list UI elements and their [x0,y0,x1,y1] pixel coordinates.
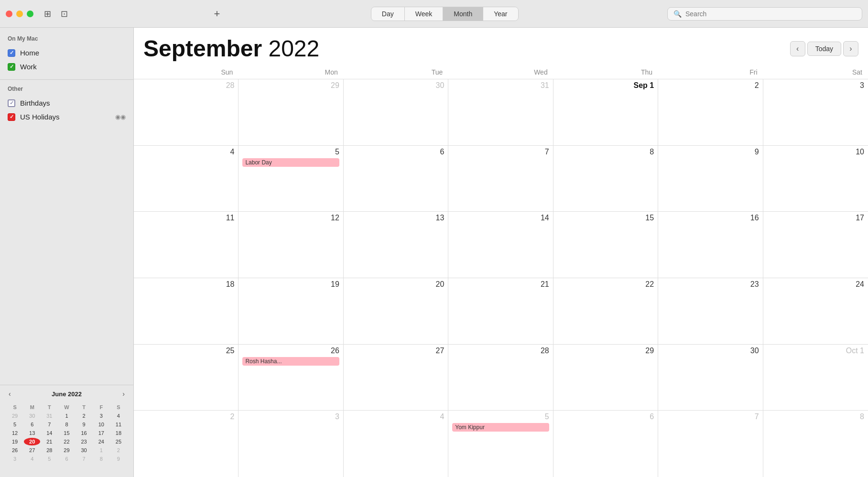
sidebar-item-us-holidays[interactable]: ✓ US Holidays ◉◉ [0,110,133,124]
cal-day[interactable]: 14 [448,212,553,278]
mini-cal-day[interactable]: 1 [58,412,75,420]
cal-day[interactable]: 7 [448,146,553,212]
mini-cal-day[interactable]: 6 [58,455,75,463]
cal-day[interactable]: 30 [344,79,448,145]
mini-cal-day[interactable]: 22 [58,438,75,445]
cal-day[interactable]: 23 [658,278,763,344]
mini-cal-day[interactable]: 7 [76,455,92,463]
cal-day[interactable]: 26Rosh Hasha... [239,345,343,411]
cal-day[interactable]: 2 [134,411,239,477]
sidebar-item-work[interactable]: ✓ Work [0,60,133,74]
cal-day[interactable]: 4 [134,146,239,212]
mini-cal-day[interactable]: 13 [24,429,40,437]
mini-cal-day[interactable]: 25 [110,438,127,445]
mini-cal-prev[interactable]: ‹ [6,389,14,399]
mini-cal-day[interactable]: 14 [41,429,57,437]
mini-cal-day[interactable]: 29 [58,446,75,454]
cal-day[interactable]: 31 [448,79,553,145]
sidebar-item-birthdays[interactable]: ✓ Birthdays [0,96,133,110]
grid-view-button[interactable]: ⊞ [41,7,54,21]
mini-cal-day[interactable]: 15 [58,429,75,437]
cal-day[interactable]: 4 [344,411,448,477]
mini-cal-day[interactable]: 5 [41,455,57,463]
inbox-button[interactable]: ⊡ [58,7,71,21]
mini-cal-day[interactable]: 29 [7,412,23,420]
cal-day[interactable]: 29 [553,345,658,411]
view-year-button[interactable]: Year [483,7,518,21]
mini-cal-day[interactable]: 12 [7,429,23,437]
mini-cal-day[interactable]: 11 [110,421,127,428]
cal-day[interactable]: 3 [763,79,868,145]
event-pill[interactable]: Yom Kippur [452,423,549,432]
cal-day[interactable]: 3 [239,411,343,477]
mini-cal-day[interactable]: 4 [110,412,127,420]
cal-day[interactable]: 6 [553,411,658,477]
mini-cal-day[interactable]: 28 [41,446,57,454]
cal-day[interactable]: 29 [239,79,343,145]
cal-day[interactable]: Oct 1 [763,345,868,411]
event-pill[interactable]: Labor Day [242,158,339,167]
mini-cal-day[interactable]: 21 [41,438,57,445]
cal-day[interactable]: 22 [553,278,658,344]
cal-day[interactable]: 6 [344,146,448,212]
cal-day[interactable]: 9 [658,146,763,212]
mini-cal-day[interactable]: 19 [7,438,23,445]
mini-cal-day[interactable]: 27 [24,446,40,454]
cal-day[interactable]: 10 [763,146,868,212]
sidebar-item-home[interactable]: ✓ Home [0,46,133,60]
mini-cal-day[interactable]: 2 [110,446,127,454]
view-week-button[interactable]: Week [405,7,444,21]
mini-cal-day[interactable]: 1 [93,446,109,454]
cal-day[interactable]: 25 [134,345,239,411]
cal-day[interactable]: 15 [553,212,658,278]
cal-day[interactable]: 13 [344,212,448,278]
mini-cal-day[interactable]: 17 [93,429,109,437]
mini-cal-day[interactable]: 8 [93,455,109,463]
cal-day[interactable]: 28 [448,345,553,411]
mini-cal-day[interactable]: 5 [7,421,23,428]
mini-cal-day[interactable]: 30 [24,412,40,420]
mini-cal-day[interactable]: 16 [76,429,92,437]
mini-cal-day[interactable]: 24 [93,438,109,445]
mini-cal-day[interactable]: 20 [24,438,40,445]
cal-day[interactable]: 2 [658,79,763,145]
mini-cal-day[interactable]: 18 [110,429,127,437]
cal-day[interactable]: Sep 1 [553,79,658,145]
cal-day[interactable]: 21 [448,278,553,344]
mini-cal-day[interactable]: 4 [24,455,40,463]
mini-cal-day[interactable]: 30 [76,446,92,454]
mini-cal-day[interactable]: 26 [7,446,23,454]
cal-day[interactable]: 24 [763,278,868,344]
add-event-button[interactable]: + [210,6,224,22]
cal-day[interactable]: 20 [344,278,448,344]
prev-month-button[interactable]: ‹ [790,41,805,56]
cal-day[interactable]: 12 [239,212,343,278]
maximize-button[interactable] [27,11,33,17]
mini-cal-day[interactable]: 2 [76,412,92,420]
cal-day[interactable]: 28 [134,79,239,145]
close-button[interactable] [6,11,12,17]
cal-day[interactable]: 11 [134,212,239,278]
view-month-button[interactable]: Month [443,7,483,21]
mini-cal-day[interactable]: 9 [76,421,92,428]
search-input[interactable] [685,10,856,18]
cal-day[interactable]: 19 [239,278,343,344]
mini-cal-day[interactable]: 9 [110,455,127,463]
cal-day[interactable]: 8 [763,411,868,477]
cal-day[interactable]: 17 [763,212,868,278]
cal-day[interactable]: 30 [658,345,763,411]
cal-day[interactable]: 27 [344,345,448,411]
minimize-button[interactable] [16,11,23,17]
mini-cal-day[interactable]: 7 [41,421,57,428]
view-day-button[interactable]: Day [371,7,405,21]
mini-cal-day[interactable]: 8 [58,421,75,428]
cal-day[interactable]: 5Labor Day [239,146,343,212]
cal-day[interactable]: 18 [134,278,239,344]
cal-day[interactable]: 5Yom Kippur [448,411,553,477]
mini-cal-day[interactable]: 3 [7,455,23,463]
cal-day[interactable]: 8 [553,146,658,212]
cal-day[interactable]: 7 [658,411,763,477]
next-month-button[interactable]: › [843,41,858,56]
mini-cal-day[interactable]: 31 [41,412,57,420]
mini-cal-next[interactable]: › [119,389,128,399]
